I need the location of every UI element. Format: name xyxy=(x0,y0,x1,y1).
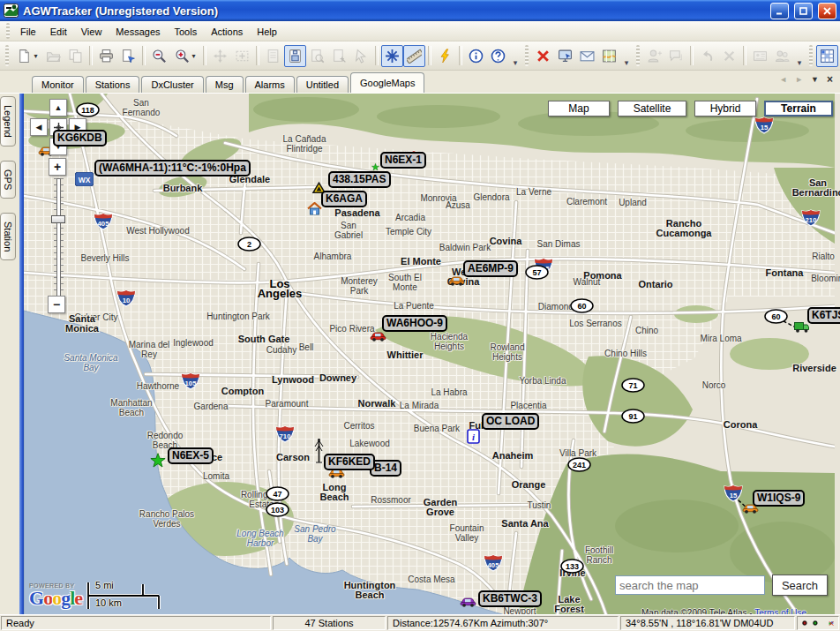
pan-left-button[interactable]: ◀ xyxy=(30,118,48,136)
page-setup-button[interactable] xyxy=(117,45,139,67)
find-button[interactable] xyxy=(306,45,328,67)
delete-button[interactable] xyxy=(532,45,554,67)
search-button[interactable]: Search xyxy=(772,575,828,596)
station-star[interactable] xyxy=(150,453,166,469)
help-button[interactable] xyxy=(487,45,509,67)
weather-station[interactable]: WX xyxy=(75,172,94,186)
user-add-button[interactable] xyxy=(643,45,665,67)
google-logo[interactable]: POWERED BY Google xyxy=(29,582,82,608)
map-type-hybrid[interactable]: Hybrid xyxy=(694,101,756,116)
tab-monitor[interactable]: Monitor xyxy=(32,76,84,93)
tab-scroll-left-button[interactable]: ◄ xyxy=(779,76,787,84)
side-tab-legend[interactable]: Legend xyxy=(0,96,16,146)
pan-up-button[interactable]: ▲ xyxy=(49,99,67,116)
user-chat-button[interactable] xyxy=(665,45,687,67)
save-view-button[interactable] xyxy=(284,45,306,67)
tab-close-button[interactable]: × xyxy=(827,74,833,85)
station-K6AGA[interactable]: K6AGA xyxy=(321,191,367,207)
map-type-satellite[interactable]: Satellite xyxy=(618,101,686,116)
search-input[interactable] xyxy=(615,575,765,595)
interstate-shield-icon: 405 xyxy=(94,213,113,234)
toolbar-overflow-1[interactable] xyxy=(509,45,521,67)
vehicle[interactable] xyxy=(460,597,476,607)
toolbar-overflow-3[interactable] xyxy=(793,45,806,67)
tab-dxcluster[interactable]: DxCluster xyxy=(141,76,203,93)
tab-list-dropdown-button[interactable]: ▼ xyxy=(811,76,819,84)
measure-button[interactable] xyxy=(403,45,425,67)
zoom-out-map-button[interactable]: − xyxy=(48,296,65,313)
station-WA6HOO-9[interactable]: WA6HOO-9 xyxy=(382,315,447,332)
zoom-out-button[interactable] xyxy=(148,45,170,67)
map-canvas[interactable]: ▲ ◀ ▶ ▼ + − MapSatelliteHybridTerrain Sa… xyxy=(24,94,840,614)
info-button[interactable] xyxy=(465,45,487,67)
station-W1IQS-9[interactable]: W1IQS-9 xyxy=(753,490,805,507)
messages-button[interactable] xyxy=(576,45,598,67)
close-button[interactable] xyxy=(818,3,836,19)
menu-messages[interactable]: Messages xyxy=(109,24,167,40)
zoom-slider[interactable] xyxy=(54,178,64,295)
truck-green-icon xyxy=(793,321,810,333)
tab-googlemaps[interactable]: GoogleMaps xyxy=(350,72,424,93)
vehicle[interactable] xyxy=(448,275,465,286)
side-tab-gps[interactable]: GPS xyxy=(0,161,16,199)
menu-file[interactable]: File xyxy=(13,24,43,40)
menu-view[interactable]: View xyxy=(74,24,109,40)
zoom-in-map-button[interactable]: + xyxy=(49,158,66,176)
undo-button[interactable] xyxy=(696,45,718,67)
terms-link[interactable]: Terms of Use xyxy=(754,608,806,614)
tab-msg[interactable]: Msg xyxy=(206,76,244,93)
maximize-button[interactable] xyxy=(794,3,813,19)
home-station[interactable] xyxy=(307,202,322,215)
tab-stations[interactable]: Stations xyxy=(86,76,140,93)
station-OC-LOAD[interactable]: OC LOAD xyxy=(482,413,539,430)
actions-button[interactable] xyxy=(434,45,456,67)
status-indicators xyxy=(797,616,839,630)
menu-tools[interactable]: Tools xyxy=(168,24,205,40)
contacts-button[interactable] xyxy=(771,45,793,67)
truck[interactable] xyxy=(793,321,810,333)
grid-view-button[interactable] xyxy=(816,45,838,67)
station-WA6MHA-11[interactable]: (WA6MHA-11):11°C:-1%:0Hpa xyxy=(94,160,251,177)
title-bar: AGWTracker (Unregistered Version) xyxy=(0,0,840,21)
station-438.15PAS[interactable]: 438.15PAS xyxy=(328,171,391,188)
minimize-button[interactable] xyxy=(770,3,789,19)
copy-button[interactable] xyxy=(64,45,86,67)
zoom-doc-button[interactable] xyxy=(328,45,350,67)
station-N6EX-1[interactable]: N6EX-1 xyxy=(380,152,426,169)
zoom-in-button[interactable] xyxy=(170,45,200,67)
menu-actions[interactable]: Actions xyxy=(204,24,250,40)
menu-help[interactable]: Help xyxy=(250,24,284,40)
zoom-slider-handle[interactable] xyxy=(51,215,65,223)
fit-view-button[interactable] xyxy=(231,45,253,67)
maps-button[interactable] xyxy=(598,45,620,67)
map-type-terrain[interactable]: Terrain xyxy=(764,101,833,116)
clear-button[interactable] xyxy=(718,45,740,67)
map-place-label: Garden Grove xyxy=(416,498,465,517)
station-N6EX-5[interactable]: N6EX-5 xyxy=(168,447,214,464)
station-KG6KDB[interactable]: KG6KDB xyxy=(53,130,107,146)
tab-scroll-right-button[interactable]: ► xyxy=(795,76,803,84)
print-button[interactable] xyxy=(95,45,117,67)
center-map-button[interactable] xyxy=(381,45,403,67)
side-tab-station[interactable]: Station xyxy=(0,213,16,260)
station-AE6MP-9[interactable]: AE6MP-9 xyxy=(463,260,518,277)
tab-alarms[interactable]: Alarms xyxy=(245,76,295,93)
pan-button[interactable] xyxy=(209,45,231,67)
contact-button[interactable] xyxy=(749,45,771,67)
station-dot[interactable] xyxy=(371,163,379,171)
display-settings-button[interactable] xyxy=(554,45,576,67)
station-K6TJS[interactable]: K6TJS xyxy=(807,307,840,324)
new-button[interactable] xyxy=(12,45,42,67)
map-type-map[interactable]: Map xyxy=(548,101,610,116)
open-button[interactable] xyxy=(42,45,64,67)
toolbar-overflow-2[interactable] xyxy=(620,45,633,67)
station-KB6TWC-3[interactable]: KB6TWC-3 xyxy=(478,590,542,607)
vehicle[interactable] xyxy=(370,331,386,342)
tab-untitled[interactable]: Untitled xyxy=(296,76,349,93)
tab-nav: ◄ ► ▼ × xyxy=(779,74,833,85)
station-KF6KED[interactable]: KF6KED xyxy=(324,454,375,470)
report-button[interactable] xyxy=(262,45,284,67)
menu-edit[interactable]: Edit xyxy=(43,24,74,40)
select-button[interactable] xyxy=(350,45,372,67)
object-marker[interactable]: i xyxy=(467,429,480,444)
